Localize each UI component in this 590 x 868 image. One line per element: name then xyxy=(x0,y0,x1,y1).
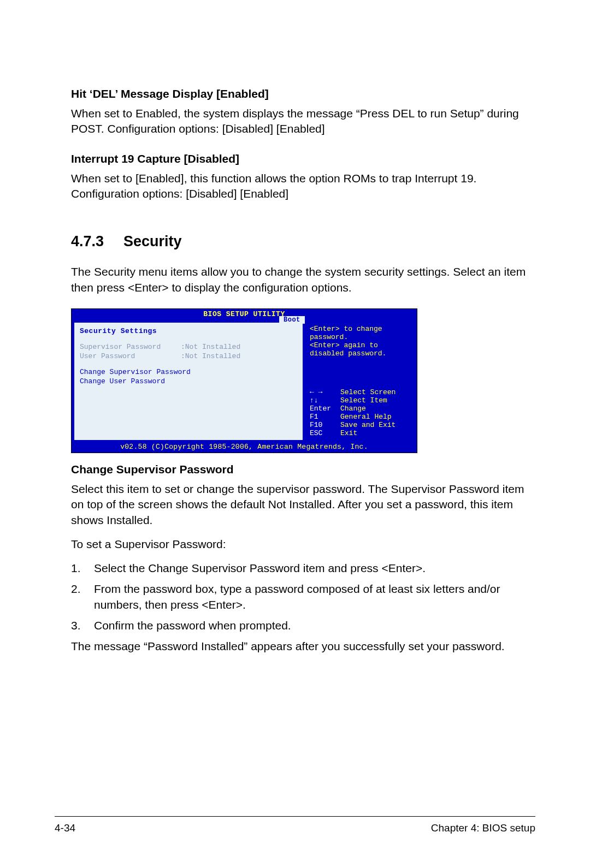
nav-row: ↑↓Select Item xyxy=(310,396,411,405)
bios-security-settings-label: Security Settings xyxy=(80,327,297,335)
security-section-header: 4.7.3 Security xyxy=(71,233,535,250)
nav-txt: Exit xyxy=(340,429,357,437)
nav-txt: Change xyxy=(340,405,366,413)
step-number: 2. xyxy=(71,581,94,613)
nav-row: EnterChange xyxy=(310,405,411,413)
nav-row: ← →Select Screen xyxy=(310,388,411,396)
change-supervisor-password-text: Select this item to set or change the su… xyxy=(71,481,535,528)
section-number: 4.7.3 xyxy=(71,233,123,250)
page-footer: 4-34 Chapter 4: BIOS setup xyxy=(55,816,535,834)
nav-key-arrows-ud: ↑↓ xyxy=(310,396,340,405)
step-number: 3. xyxy=(71,618,94,633)
user-password-row: User Password :Not Installed xyxy=(80,352,297,360)
step-2: 2.From the password box, type a password… xyxy=(71,581,535,613)
bios-nav-legend: ← →Select Screen ↑↓Select Item EnterChan… xyxy=(310,388,411,437)
bios-tab-boot: Boot xyxy=(279,316,305,324)
user-password-value: :Not Installed xyxy=(181,352,240,360)
bios-screenshot: BIOS SETUP UTILITY Boot Security Setting… xyxy=(71,308,417,453)
hit-del-text: When set to Enabled, the system displays… xyxy=(71,106,535,137)
change-supervisor-password-item: Change Supervisor Password xyxy=(80,368,297,376)
int19-heading: Interrupt 19 Capture [Disabled] xyxy=(71,152,535,165)
bios-right-pane: <Enter> to change password. <Enter> agai… xyxy=(304,320,417,442)
nav-txt: Save and Exit xyxy=(340,421,396,429)
after-text: The message “Password Installed” appears… xyxy=(71,639,535,654)
hit-del-heading: Hit ‘DEL’ Message Display [Enabled] xyxy=(71,87,535,100)
bios-title-bar: BIOS SETUP UTILITY Boot xyxy=(72,309,417,320)
supervisor-password-row: Supervisor Password :Not Installed xyxy=(80,343,297,351)
bios-copyright: v02.58 (C)Copyright 1985-2006, American … xyxy=(72,442,417,453)
nav-txt: Select Screen xyxy=(340,388,396,396)
section-title: Security xyxy=(123,233,182,250)
bios-title: BIOS SETUP UTILITY xyxy=(203,310,285,318)
step-text: Confirm the password when prompted. xyxy=(94,618,535,633)
change-user-password-item: Change User Password xyxy=(80,377,297,385)
nav-txt: General Help xyxy=(340,413,392,421)
nav-key-esc: ESC xyxy=(310,429,340,437)
supervisor-password-label: Supervisor Password xyxy=(80,343,181,351)
nav-key-enter: Enter xyxy=(310,405,340,413)
step-text: From the password box, type a password c… xyxy=(94,581,535,613)
nav-key-f10: F10 xyxy=(310,421,340,429)
step-3: 3.Confirm the password when prompted. xyxy=(71,618,535,633)
user-password-label: User Password xyxy=(80,352,181,360)
nav-key-f1: F1 xyxy=(310,413,340,421)
bios-help-text: <Enter> to change password. <Enter> agai… xyxy=(310,325,411,358)
nav-key-arrows-lr: ← → xyxy=(310,388,340,396)
change-supervisor-password-heading: Change Supervisor Password xyxy=(71,463,535,476)
nav-row: ESCExit xyxy=(310,429,411,437)
step-number: 1. xyxy=(71,561,94,576)
to-set-lead: To set a Supervisor Password: xyxy=(71,538,535,551)
bios-left-pane: Security Settings Supervisor Password :N… xyxy=(74,322,303,441)
nav-row: F10Save and Exit xyxy=(310,421,411,429)
int19-text: When set to [Enabled], this function all… xyxy=(71,171,535,202)
step-1: 1.Select the Change Supervisor Password … xyxy=(71,561,535,576)
chapter-label: Chapter 4: BIOS setup xyxy=(431,822,535,834)
step-text: Select the Change Supervisor Password it… xyxy=(94,561,535,576)
supervisor-password-value: :Not Installed xyxy=(181,343,240,351)
nav-txt: Select Item xyxy=(340,396,387,405)
page-number: 4-34 xyxy=(55,822,75,834)
security-intro: The Security menu items allow you to cha… xyxy=(71,264,535,295)
steps-list: 1.Select the Change Supervisor Password … xyxy=(71,561,535,633)
nav-row: F1General Help xyxy=(310,413,411,421)
